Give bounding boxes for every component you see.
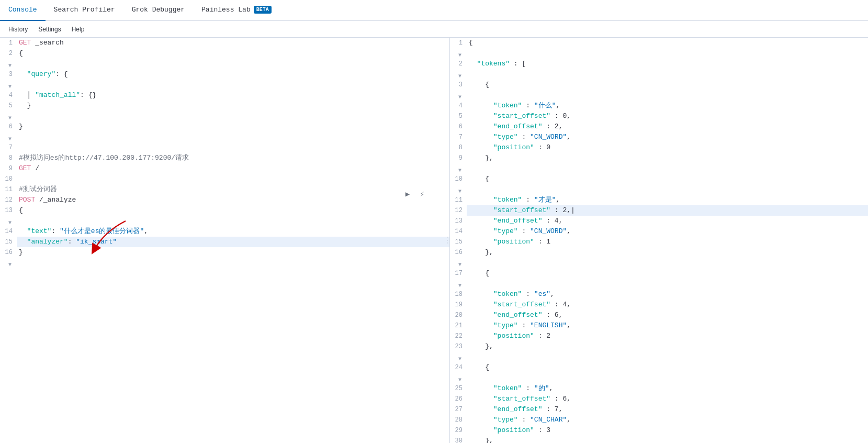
help-button[interactable]: Help: [67, 24, 89, 35]
toolbar: History Settings Help: [0, 21, 868, 38]
tools-button[interactable]: ⚡: [416, 187, 429, 200]
table-row: 1 ▼ {: [450, 38, 868, 59]
table-row: 23 ▼ },: [450, 341, 868, 362]
editor-panel: 1 GET _search 2 ▼ { 3 ▼ "query": { 4 │ "…: [0, 38, 450, 443]
table-row: 28 "type" : "CN_CHAR",: [450, 415, 868, 425]
fold-icon[interactable]: ▼: [5, 134, 12, 140]
table-row: 11 #测试分词器: [0, 184, 449, 195]
table-row: 8 #模拟访问es的http://47.100.200.177:9200/请求: [0, 153, 449, 163]
table-row: 29 "position" : 3: [450, 425, 868, 436]
table-row: 15 "analyzer": "ik_smart": [0, 237, 449, 247]
table-row: 8 "position" : 0: [450, 142, 868, 153]
table-row: 13 "end_offset" : 4,: [450, 216, 868, 226]
table-row: 25 "token" : "的",: [450, 383, 868, 394]
table-row: 30 ▼ },: [450, 436, 868, 443]
table-row: 6 ▼ }: [0, 121, 449, 142]
table-row: 5 ▼ }: [0, 101, 449, 121]
main-container: 1 GET _search 2 ▼ { 3 ▼ "query": { 4 │ "…: [0, 38, 868, 443]
table-row: 16 ▼ },: [450, 247, 868, 268]
table-row: 20 "end_offset" : 6,: [450, 310, 868, 320]
table-row: 24 ▼ {: [450, 362, 868, 383]
table-row: 1 GET _search: [0, 38, 449, 48]
table-row: 7: [0, 142, 449, 153]
table-row: 16 ▼ }: [0, 247, 449, 268]
settings-button[interactable]: Settings: [34, 24, 65, 35]
table-row: 26 "start_offset" : 6,: [450, 394, 868, 404]
code-lines: 1 GET _search 2 ▼ { 3 ▼ "query": { 4 │ "…: [0, 38, 449, 268]
table-row: 6 "end_offset" : 2,: [450, 121, 868, 132]
tab-grok-debugger[interactable]: Grok Debugger: [123, 0, 193, 21]
table-row: 3 ▼ "query": {: [0, 69, 449, 90]
editor-content[interactable]: 1 GET _search 2 ▼ { 3 ▼ "query": { 4 │ "…: [0, 38, 449, 443]
table-row: 2 ▼ "tokens" : [: [450, 59, 868, 80]
table-row: 2 ▼ {: [0, 48, 449, 69]
run-button[interactable]: ▶: [401, 187, 414, 200]
beta-badge: BETA: [254, 6, 272, 14]
table-row: 4 "token" : "什么",: [450, 101, 868, 111]
table-row: 3 ▼ {: [450, 80, 868, 101]
table-row: 10: [0, 174, 449, 184]
table-row: 11 "token" : "才是",: [450, 195, 868, 205]
table-row: 21 "type" : "ENGLISH",: [450, 320, 868, 331]
tab-bar: Console Search Profiler Grok Debugger Pa…: [0, 0, 868, 21]
table-row: 10 ▼ {: [450, 174, 868, 195]
table-row: 4 │ "match_all": {}: [0, 90, 449, 101]
tab-search-profiler[interactable]: Search Profiler: [46, 0, 123, 21]
table-row: 27 "end_offset" : 7,: [450, 404, 868, 415]
fold-icon[interactable]: ▼: [5, 113, 12, 119]
tab-console[interactable]: Console: [0, 0, 46, 21]
tab-painless-lab[interactable]: Painless Lab BETA: [193, 0, 280, 21]
table-row: 14 "text": "什么才是es的最佳分词器",: [0, 226, 449, 237]
table-row: 13 ▼ {: [0, 205, 449, 226]
fold-icon[interactable]: ▼: [5, 218, 12, 224]
table-row: 5 "start_offset" : 0,: [450, 111, 868, 121]
action-buttons: ▶ ⚡: [401, 187, 429, 200]
table-row: 15 "position" : 1: [450, 237, 868, 247]
table-row: 19 "start_offset" : 4,: [450, 300, 868, 310]
resize-handle[interactable]: ⋮: [445, 38, 449, 443]
output-panel[interactable]: 1 ▼ { 2 ▼ "tokens" : [ 3 ▼ { 4 "token" :…: [450, 38, 868, 443]
table-row: 22 "position" : 2: [450, 331, 868, 341]
fold-icon[interactable]: ▼: [5, 82, 12, 88]
table-row: 12 "start_offset" : 2,: [450, 205, 868, 216]
table-row: 7 "type" : "CN_WORD",: [450, 132, 868, 142]
output-lines: 1 ▼ { 2 ▼ "tokens" : [ 3 ▼ { 4 "token" :…: [450, 38, 868, 443]
fold-icon[interactable]: ▼: [5, 260, 12, 266]
table-row: 9 GET /: [0, 163, 449, 174]
fold-icon[interactable]: ▼: [5, 61, 12, 67]
table-row: 17 ▼ {: [450, 268, 868, 289]
history-button[interactable]: History: [4, 24, 32, 35]
table-row: 9 ▼ },: [450, 153, 868, 174]
table-row: 14 "type" : "CN_WORD",: [450, 226, 868, 237]
table-row: 18 "token" : "es",: [450, 289, 868, 300]
table-row: 12 POST /_analyze: [0, 195, 449, 205]
